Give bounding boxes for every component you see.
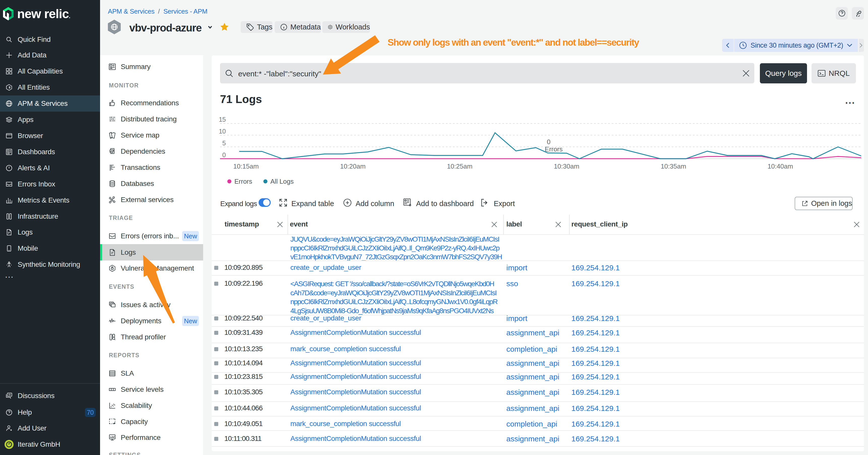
svg-text:10:15am: 10:15am <box>233 162 258 170</box>
svg-text:0: 0 <box>222 152 226 159</box>
svg-text:10: 10 <box>219 128 226 135</box>
svg-text:10:30am: 10:30am <box>554 162 579 170</box>
svg-text:5: 5 <box>222 139 226 147</box>
svg-text:10:40am: 10:40am <box>768 162 793 170</box>
svg-text:0: 0 <box>547 138 551 145</box>
svg-text:15: 15 <box>219 116 226 123</box>
svg-text:10:20am: 10:20am <box>340 162 366 170</box>
svg-text:10:25am: 10:25am <box>447 162 472 170</box>
svg-text:10:35am: 10:35am <box>660 162 686 170</box>
svg-text:Errors: Errors <box>545 145 563 153</box>
